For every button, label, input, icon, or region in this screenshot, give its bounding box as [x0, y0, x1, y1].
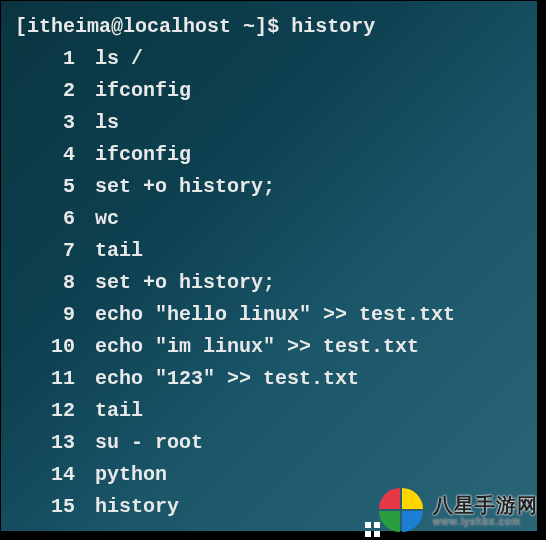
history-line-number: 6 — [15, 203, 79, 235]
watermark-title: 八星手游网 — [433, 494, 538, 516]
history-row: 12tail — [15, 395, 523, 427]
history-command: tail — [79, 395, 143, 427]
history-line-number: 3 — [15, 107, 79, 139]
history-row: 9echo "hello linux" >> test.txt — [15, 299, 523, 331]
history-command: ifconfig — [79, 139, 191, 171]
prompt-line: [itheima@localhost ~]$ history — [15, 11, 523, 43]
history-line-number: 2 — [15, 75, 79, 107]
history-line-number: 11 — [15, 363, 79, 395]
history-command: ls / — [79, 43, 143, 75]
history-command: wc — [79, 203, 119, 235]
history-line-number: 5 — [15, 171, 79, 203]
history-command: python — [79, 459, 167, 491]
history-command: history — [79, 491, 179, 523]
history-command: echo "123" >> test.txt — [79, 363, 359, 395]
history-line-number: 1 — [15, 43, 79, 75]
history-line-number: 4 — [15, 139, 79, 171]
history-command: echo "hello linux" >> test.txt — [79, 299, 455, 331]
history-row: 1ls / — [15, 43, 523, 75]
history-command: tail — [79, 235, 143, 267]
history-row: 11echo "123" >> test.txt — [15, 363, 523, 395]
history-line-number: 8 — [15, 267, 79, 299]
history-line-number: 13 — [15, 427, 79, 459]
typed-command: history — [291, 15, 375, 38]
history-row: 13su - root — [15, 427, 523, 459]
history-line-number: 15 — [15, 491, 79, 523]
prompt-text: [itheima@localhost ~]$ — [15, 15, 291, 38]
history-line-number: 9 — [15, 299, 79, 331]
history-line-number: 14 — [15, 459, 79, 491]
history-command: set +o history; — [79, 171, 275, 203]
history-row: 7tail — [15, 235, 523, 267]
history-row: 10echo "im linux" >> test.txt — [15, 331, 523, 363]
watermark-logo-icon — [377, 486, 425, 534]
history-row: 8set +o history; — [15, 267, 523, 299]
history-line-number: 10 — [15, 331, 79, 363]
history-row: 3ls — [15, 107, 523, 139]
history-command: ifconfig — [79, 75, 191, 107]
terminal-window[interactable]: [itheima@localhost ~]$ history 1ls /2ifc… — [1, 1, 537, 531]
history-command: echo "im linux" >> test.txt — [79, 331, 419, 363]
watermark-text: 八星手游网 www.lyshbx.com — [433, 494, 538, 527]
history-command: ls — [79, 107, 119, 139]
history-command: set +o history; — [79, 267, 275, 299]
watermark: 八星手游网 www.lyshbx.com — [377, 486, 538, 534]
history-row: 6wc — [15, 203, 523, 235]
history-command: su - root — [79, 427, 203, 459]
history-line-number: 7 — [15, 235, 79, 267]
watermark-url: www.lyshbx.com — [433, 516, 538, 527]
history-row: 5set +o history; — [15, 171, 523, 203]
history-output: 1ls /2ifconfig3ls4ifconfig5set +o histor… — [15, 43, 523, 523]
history-line-number: 12 — [15, 395, 79, 427]
history-row: 2ifconfig — [15, 75, 523, 107]
history-row: 4ifconfig — [15, 139, 523, 171]
